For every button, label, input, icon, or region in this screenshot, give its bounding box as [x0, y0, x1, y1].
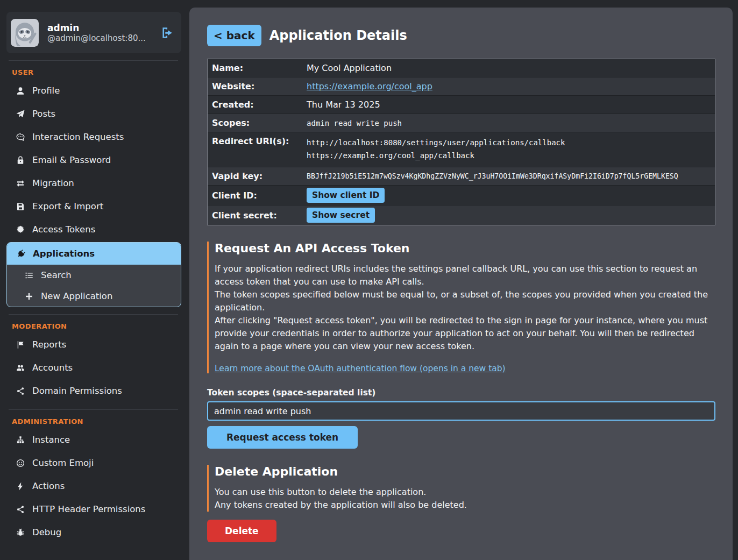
website-link[interactable]: https://example.org/cool_app — [307, 81, 432, 91]
request-token-description: Request An API Access Token If your appl… — [207, 242, 715, 373]
application-details-table: Name: My Cool Application Website: https… — [207, 59, 715, 225]
sidebar-item-accounts[interactable]: Accounts — [6, 356, 181, 379]
sloth-avatar — [11, 19, 39, 47]
section-label-user: USER — [6, 65, 181, 79]
sidebar-item-email-password[interactable]: Email & Password — [6, 148, 181, 172]
table-row-created: Created: Thu Mar 13 2025 — [208, 96, 715, 114]
show-client-id-button[interactable]: Show client ID — [307, 188, 385, 203]
sidebar-item-label: Custom Emoji — [32, 458, 94, 468]
sidebar-item-label: Search — [41, 270, 72, 280]
sidebar: admin @admin@localhost:80... USER Profil… — [0, 0, 186, 560]
sidebar-item-search[interactable]: Search — [7, 265, 181, 286]
row-label: Client ID: — [208, 190, 307, 201]
page-title: Application Details — [269, 28, 407, 43]
users-icon — [15, 363, 26, 373]
sidebar-item-instance[interactable]: Instance — [6, 428, 181, 451]
row-value: admin read write push — [307, 119, 407, 127]
section-label-moderation: MODERATION — [6, 319, 181, 333]
token-scopes-input[interactable] — [207, 401, 715, 421]
floppy-disk-icon — [15, 202, 26, 211]
delete-button[interactable]: Delete — [207, 520, 276, 542]
delete-line: You can use this button to delete the ap… — [215, 486, 715, 499]
sidebar-item-applications[interactable]: Applications — [7, 243, 181, 265]
token-paragraph: After clicking "Request access token", y… — [215, 314, 715, 353]
plus-icon — [23, 292, 35, 301]
row-label: Created: — [208, 100, 307, 110]
sidebar-item-domain-permissions[interactable]: Domain Permissions — [6, 379, 181, 402]
share-nodes-icon — [15, 386, 26, 396]
sidebar-item-label: Accounts — [32, 363, 73, 373]
table-row-vapid-key: Vapid key: BBJffJ219b5iE512m7wQSzv4KgKDh… — [208, 167, 715, 186]
divider — [9, 409, 178, 410]
sidebar-item-http-header-permissions[interactable]: HTTP Header Permissions — [6, 498, 181, 521]
sidebar-item-label: HTTP Header Permissions — [32, 504, 145, 514]
sidebar-item-posts[interactable]: Posts — [6, 102, 181, 125]
sidebar-item-profile[interactable]: Profile — [6, 79, 181, 102]
request-access-token-button[interactable]: Request access token — [207, 426, 358, 449]
row-value: My Cool Application — [307, 63, 397, 73]
sign-out-icon[interactable] — [160, 26, 174, 40]
plug-icon — [15, 249, 27, 259]
sidebar-item-interaction-requests[interactable]: Interaction Requests — [6, 125, 181, 148]
share-nodes-icon — [15, 505, 26, 514]
page-header: < back Application Details — [207, 25, 715, 46]
back-button[interactable]: < back — [207, 25, 261, 46]
table-row-client-secret: Client secret: Show secret — [208, 205, 715, 225]
show-secret-button[interactable]: Show secret — [307, 208, 375, 223]
sidebar-item-label: Debug — [32, 527, 61, 537]
token-paragraph: The token scopes specified below must be… — [215, 288, 715, 314]
row-label: Vapid key: — [208, 171, 307, 181]
main-panel: < back Application Details Name: My Cool… — [189, 8, 733, 560]
redirect-uri-line: http://localhost:8080/settings/user/appl… — [307, 136, 565, 149]
sidebar-item-new-application[interactable]: New Application — [7, 286, 181, 307]
sidebar-item-label: Domain Permissions — [32, 386, 122, 396]
applications-group: Applications Search New Application — [6, 242, 181, 307]
table-row-website: Website: https://example.org/cool_app — [208, 77, 715, 96]
sidebar-item-actions[interactable]: Actions — [6, 474, 181, 498]
user-handle: @admin@localhost:80... — [47, 33, 146, 43]
sidebar-item-label: Actions — [32, 481, 65, 491]
paper-plane-icon — [15, 109, 26, 119]
table-row-name: Name: My Cool Application — [208, 59, 715, 77]
divider — [9, 314, 178, 315]
exchange-icon — [15, 179, 26, 188]
user-name: admin — [47, 23, 146, 33]
table-row-scopes: Scopes: admin read write push — [208, 114, 715, 132]
sidebar-item-reports[interactable]: Reports — [6, 333, 181, 356]
sidebar-item-access-tokens[interactable]: Access Tokens — [6, 218, 181, 241]
user-card: admin @admin@localhost:80... — [6, 12, 181, 53]
delete-application-section: Delete Application You can use this butt… — [207, 465, 715, 542]
sidebar-item-label: Applications — [33, 249, 95, 259]
user-meta: admin @admin@localhost:80... — [47, 23, 146, 43]
smile-icon — [15, 458, 26, 468]
comment-dots-icon — [15, 132, 26, 142]
sidebar-item-custom-emoji[interactable]: Custom Emoji — [6, 451, 181, 474]
token-scopes-label: Token scopes (space-separated list) — [207, 388, 715, 398]
sidebar-item-migration[interactable]: Migration — [6, 172, 181, 195]
delete-line: Any tokens created by the application wi… — [215, 499, 715, 512]
table-row-client-id: Client ID: Show client ID — [208, 186, 715, 205]
row-label: Client secret: — [208, 210, 307, 221]
flag-icon — [15, 340, 26, 350]
sidebar-item-label: Instance — [32, 435, 70, 445]
row-label: Website: — [208, 81, 307, 91]
row-label: Name: — [208, 63, 307, 73]
sidebar-item-label: Reports — [32, 339, 66, 350]
sidebar-item-label: Profile — [32, 86, 60, 96]
oauth-learn-more-link[interactable]: Learn more about the OAuth authenticatio… — [215, 364, 506, 373]
request-token-section: Request An API Access Token If your appl… — [207, 242, 715, 449]
sidebar-item-debug[interactable]: Debug — [6, 521, 181, 544]
table-row-redirect-uris: Redirect URI(s): http://localhost:8080/s… — [208, 132, 715, 167]
section-label-administration: ADMINISTRATION — [6, 414, 181, 428]
row-label: Scopes: — [208, 118, 307, 128]
lock-icon — [15, 155, 26, 165]
bolt-icon — [15, 481, 26, 491]
certificate-icon — [15, 225, 26, 235]
row-value: BBJffJ219b5iE512m7wQSzv4KgKDhgZZVzNyWC_r… — [307, 172, 684, 180]
delete-heading: Delete Application — [215, 465, 715, 478]
sidebar-item-export-import[interactable]: Export & Import — [6, 195, 181, 218]
row-value: http://localhost:8080/settings/user/appl… — [307, 136, 570, 162]
token-paragraph: If your application redirect URIs includ… — [215, 263, 715, 288]
sidebar-item-label: New Application — [41, 291, 112, 301]
redirect-uri-line: https://example.org/cool_app/callback — [307, 149, 565, 162]
